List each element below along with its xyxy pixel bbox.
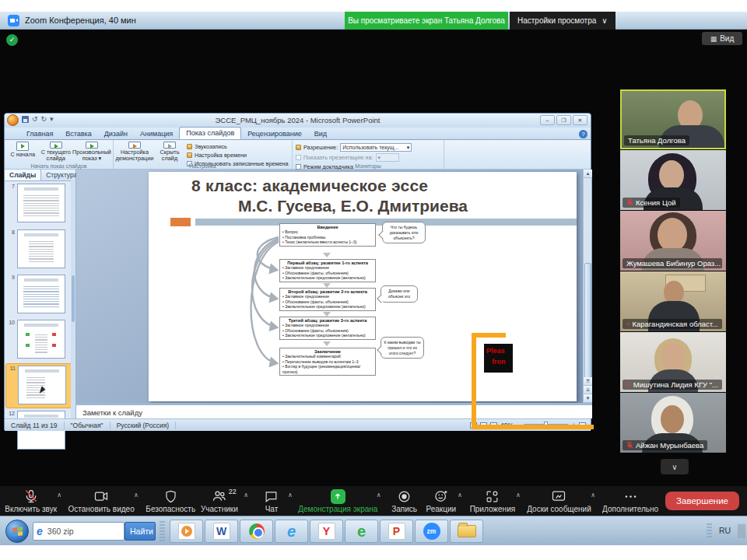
- apps-options-chevron[interactable]: ∧: [516, 492, 521, 499]
- slide-thumbnail-7[interactable]: 7: [5, 182, 72, 227]
- slide-scrollbar[interactable]: ▲ ⇈ ⇊ ▼: [583, 170, 591, 403]
- slide-thumbnail-8[interactable]: 8: [5, 228, 72, 273]
- stop-video-button[interactable]: Остановить видео: [72, 489, 131, 513]
- tab-view[interactable]: Вид: [308, 128, 333, 139]
- close-button[interactable]: ✕: [573, 115, 587, 125]
- search-input[interactable]: [46, 526, 108, 537]
- participants-count: 22: [229, 488, 237, 495]
- chat-options-chevron[interactable]: ∧: [288, 492, 293, 499]
- next-slide-button[interactable]: ⇊: [584, 386, 592, 394]
- more-button[interactable]: Дополнительно: [605, 489, 655, 513]
- taskbar-word[interactable]: W: [205, 520, 238, 543]
- apps-button[interactable]: Приложения: [472, 489, 513, 513]
- hide-slide-button[interactable]: Скрыть слайд: [156, 142, 184, 162]
- view-layout-button[interactable]: ▦ Вид: [702, 32, 742, 45]
- collapse-videos-button[interactable]: ∨: [661, 459, 689, 474]
- zoom-toolbar: Включить звук ∧ Остановить видео ∧ Безоп…: [0, 486, 747, 516]
- tab-insert[interactable]: Вставка: [59, 128, 97, 139]
- rehearse-timings-button[interactable]: Настройка времени: [187, 152, 289, 159]
- help-icon[interactable]: ?: [579, 130, 587, 138]
- resolution-select[interactable]: Использовать текущ... ▾: [340, 143, 412, 152]
- participant-tile-5[interactable]: Мишутина Лидия КГУ "...: [620, 332, 726, 392]
- taskbar-zoom[interactable]: zm: [415, 520, 448, 543]
- custom-show-button[interactable]: Произвольный показ ▾: [74, 142, 110, 162]
- screen: Zoom Конференция, 40 мин Вы просматривае…: [0, 0, 747, 560]
- participant-name: Татьяна Долгова: [628, 136, 686, 145]
- taskbar-explorer-folder[interactable]: [450, 520, 483, 543]
- muted-mic-icon: [626, 198, 633, 207]
- unmute-button[interactable]: Включить звук: [8, 489, 54, 513]
- slide-number: 8: [5, 228, 17, 273]
- participant-tile-1[interactable]: Татьяна Долгова: [620, 89, 726, 149]
- chevron-down-icon: ▾: [407, 145, 410, 151]
- participants-options-chevron[interactable]: ∧: [244, 492, 248, 499]
- resolution-icon: [296, 145, 301, 150]
- whiteboards-button[interactable]: Доски сообщений: [531, 489, 587, 513]
- slide-thumbnail-11-selected[interactable]: 11: [5, 363, 72, 408]
- minimize-button[interactable]: –: [540, 115, 555, 125]
- tab-slideshow[interactable]: Показ слайдов: [179, 127, 241, 139]
- language-indicator[interactable]: RU: [719, 526, 731, 535]
- start-button[interactable]: [5, 520, 29, 543]
- notes-area[interactable]: Заметки к слайду: [76, 403, 592, 418]
- slide-thumbnail-10[interactable]: 10: [5, 318, 72, 363]
- apps-icon: [485, 489, 500, 504]
- share-options-chevron[interactable]: ∧: [377, 492, 381, 499]
- taskbar-powerpoint[interactable]: P: [380, 520, 413, 543]
- security-button[interactable]: Безопасность: [149, 489, 193, 513]
- view-options-button[interactable]: Настройки просмотра ∨: [510, 12, 615, 30]
- ribbon-group-monitors: Разрешение: Использовать текущ... ▾ Пока…: [293, 140, 444, 169]
- participants-button[interactable]: 22 Участники: [203, 489, 241, 513]
- audio-options-chevron[interactable]: ∧: [57, 492, 61, 499]
- pane-scrollbar[interactable]: [71, 180, 75, 418]
- from-current-slide-button[interactable]: С текущего слайда: [41, 142, 72, 162]
- taskbar-chrome[interactable]: [240, 520, 273, 543]
- down-arrow-icon: [323, 253, 331, 257]
- tab-slides-thumbnails[interactable]: Слайды: [5, 170, 41, 180]
- chat-button[interactable]: Чат: [258, 489, 285, 513]
- whiteboards-options-chevron[interactable]: ∧: [591, 492, 595, 499]
- participant-tile-3[interactable]: Жумашева Бибинур Ораз...: [620, 211, 726, 271]
- hide-slide-label: Скрыть слайд: [156, 149, 184, 162]
- taskbar-360-browser[interactable]: e: [345, 520, 378, 543]
- scroll-up-icon[interactable]: ▲: [584, 170, 592, 178]
- shared-screen-stage: ✓ ▦ Вид ↺ ↻ ▾ ЭССЕ_РМЦ_ноябрь 2024 - Mic…: [0, 30, 747, 486]
- tab-design[interactable]: Дизайн: [98, 128, 134, 139]
- ribbon: С начала С текущего слайда Произвольный …: [5, 140, 591, 170]
- muted-mic-icon: [626, 320, 630, 328]
- meeting-info-shield-icon[interactable]: ✓: [6, 34, 18, 46]
- taskbar-yandex-browser[interactable]: Y: [310, 520, 343, 543]
- taskbar-internet-explorer[interactable]: e: [275, 520, 308, 543]
- ppt-titlebar[interactable]: ↺ ↻ ▾ ЭССЕ_РМЦ_ноябрь 2024 - Microsoft P…: [5, 114, 591, 128]
- slide-thumbnail-12[interactable]: 12: [5, 409, 72, 454]
- reactions-button[interactable]: Реакции: [428, 489, 454, 513]
- end-meeting-button[interactable]: Завершение: [665, 492, 739, 510]
- tab-home[interactable]: Главная: [20, 128, 59, 139]
- participant-tile-6[interactable]: Айжан Мурынбаева: [620, 393, 726, 453]
- taskbar-media-player[interactable]: [170, 520, 203, 543]
- language-indicator[interactable]: Русский (Россия): [110, 422, 176, 429]
- annotation-line-bottom: [472, 425, 594, 429]
- record-button[interactable]: Запись: [391, 489, 418, 513]
- setup-slideshow-button[interactable]: Настройка демонстрации: [117, 142, 153, 162]
- reactions-options-chevron[interactable]: ∧: [458, 492, 462, 499]
- resolution-row: Разрешение: Использовать текущ... ▾: [296, 143, 412, 152]
- participant-tile-4[interactable]: Карагандинская област...: [620, 271, 726, 331]
- participant-tile-2[interactable]: Ксения Цой: [620, 150, 726, 210]
- video-options-chevron[interactable]: ∧: [134, 492, 139, 499]
- from-beginning-button[interactable]: С начала: [8, 142, 38, 162]
- ribbon-group-start-slideshow: С начала С текущего слайда Произвольный …: [5, 140, 114, 169]
- tab-animation[interactable]: Анимация: [134, 128, 179, 139]
- muted-mic-icon: [626, 441, 633, 450]
- search-find-button[interactable]: Найти: [124, 522, 156, 541]
- taskbar-search[interactable]: e: [33, 522, 124, 541]
- record-narration-button[interactable]: Звукозапись: [187, 143, 289, 150]
- tab-review[interactable]: Рецензирование: [241, 128, 308, 139]
- scroll-down-icon[interactable]: ▼: [584, 394, 592, 403]
- slide-indicator: Слайд 11 из 19: [5, 422, 65, 429]
- restore-button[interactable]: ❐: [556, 115, 571, 125]
- share-screen-button[interactable]: Демонстрация экрана: [303, 489, 374, 513]
- slide-thumbnail-9[interactable]: 9: [5, 273, 72, 318]
- previous-slide-button[interactable]: ⇈: [584, 377, 592, 386]
- tray-icon[interactable]: [738, 524, 745, 538]
